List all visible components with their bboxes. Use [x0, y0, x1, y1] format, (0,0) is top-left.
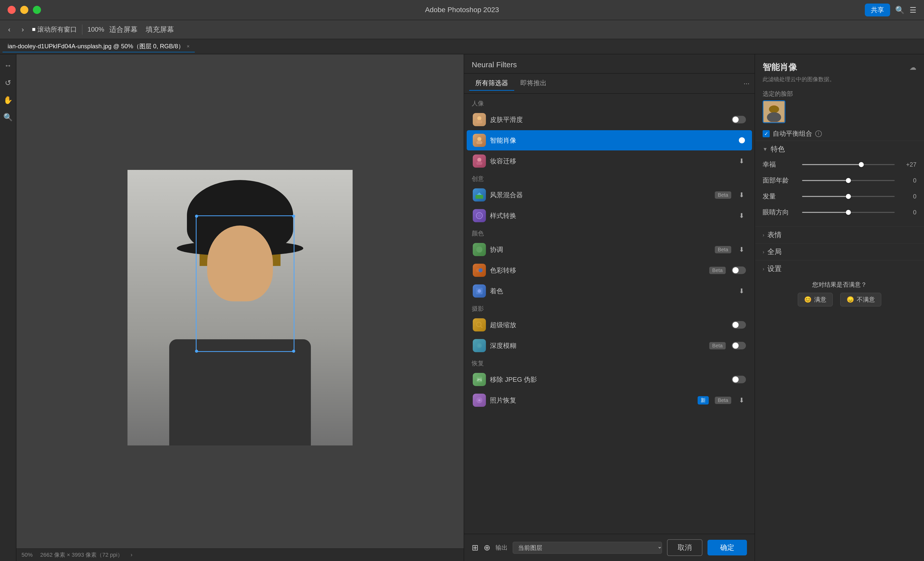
slider-track-hair[interactable]	[802, 196, 895, 197]
hand-tool[interactable]: ✋	[2, 94, 14, 106]
move-tool[interactable]: ↔	[2, 60, 14, 72]
filter-item-super-zoom[interactable]: 超级缩放	[466, 315, 752, 335]
neural-filters-panel: Neural Filters 所有筛选器 即将推出 ··· 人像 皮肤平滑度	[464, 54, 754, 561]
filter-item-landscape[interactable]: 风景混合器 Beta ⬇	[466, 185, 752, 205]
filter-toggle-skin[interactable]	[732, 116, 746, 123]
filter-download-photo-restore[interactable]: ⬇	[737, 396, 746, 404]
filter-name-photo-restore: 照片恢复	[490, 396, 694, 405]
filter-download-makeup[interactable]: ⬇	[737, 157, 746, 165]
share-button[interactable]: 共享	[865, 3, 890, 16]
svg-point-0	[477, 116, 482, 120]
filter-badge-photo-restore-new: 新	[698, 396, 709, 404]
svg-point-11	[478, 268, 483, 272]
svg-point-4	[477, 158, 482, 162]
slider-fill-happiness	[802, 164, 861, 165]
slider-value-hair: 0	[899, 193, 916, 200]
cancel-button[interactable]: 取消	[667, 539, 702, 556]
settings-section-header[interactable]: › 设置	[755, 260, 924, 277]
filter-icon-color-transfer	[473, 264, 486, 277]
filter-item-makeup[interactable]: 妆容迁移 ⬇	[466, 151, 752, 171]
filter-item-colorize[interactable]: 着色 ⬇	[466, 281, 752, 301]
slider-value-face-age: 0	[899, 177, 916, 184]
dissatisfied-button[interactable]: 😞 不满意	[840, 293, 881, 307]
filter-toggle-depth-blur[interactable]	[732, 342, 746, 349]
slider-track-face-age[interactable]	[802, 180, 895, 181]
tab-more-button[interactable]: ···	[744, 79, 750, 87]
zoom-value: 100%	[87, 25, 105, 33]
filter-icon-super-zoom	[473, 318, 486, 331]
zoom-tool[interactable]: 🔍	[2, 111, 14, 123]
bottom-icon1[interactable]: ⊞	[472, 543, 478, 552]
filter-toggle-super-zoom[interactable]	[732, 321, 746, 329]
features-section-header[interactable]: ▼ 特色	[755, 141, 924, 157]
settings-title: 设置	[767, 264, 782, 274]
fit-screen-button[interactable]: 适合屏幕	[106, 24, 141, 35]
ok-button[interactable]: 确定	[708, 540, 747, 555]
slider-row-hair: 发量 0	[763, 192, 916, 201]
face-thumbnail[interactable]	[763, 100, 785, 123]
svg-point-5	[476, 161, 482, 165]
bottom-icon2[interactable]: ⊕	[484, 543, 490, 552]
filter-item-photo-restore[interactable]: 照片恢复 新 Beta ⬇	[466, 390, 752, 410]
maximize-button[interactable]	[33, 6, 41, 14]
search-button[interactable]: 🔍	[895, 6, 904, 14]
back-button[interactable]: ‹	[5, 24, 14, 34]
filter-icon-jpeg: JPG	[473, 373, 486, 386]
filter-toggle-smart-portrait[interactable]	[732, 136, 746, 144]
scroll-all-checkbox[interactable]: 滚动所有窗口	[32, 25, 77, 34]
section-color: 颜色	[464, 226, 754, 239]
slider-value-happiness: +27	[899, 161, 916, 168]
filter-badge-harmonize: Beta	[715, 246, 731, 253]
filter-item-smart-portrait[interactable]: 智能肖像	[466, 130, 752, 150]
filter-item-depth-blur[interactable]: 深度模糊 Beta	[466, 335, 752, 356]
filter-badge-landscape: Beta	[715, 191, 731, 199]
rotate-tool[interactable]: ↺	[2, 76, 14, 89]
active-tab[interactable]: ian-dooley-d1UPkIFd04A-unsplash.jpg @ 50…	[3, 41, 195, 52]
minimize-button[interactable]	[20, 6, 28, 14]
slider-track-happiness[interactable]	[802, 164, 895, 165]
filter-download-landscape[interactable]: ⬇	[737, 191, 746, 199]
filter-toggle-jpeg[interactable]	[732, 375, 746, 383]
filter-icon-style	[473, 209, 486, 222]
expression-section-header[interactable]: › 表情	[755, 226, 924, 243]
filter-name-color-transfer: 色彩转移	[490, 266, 705, 275]
filter-download-harmonize[interactable]: ⬇	[737, 245, 746, 254]
detail-header: 智能肖像 ☁	[755, 54, 924, 76]
satisfied-button[interactable]: 😊 满意	[798, 293, 833, 307]
filter-item-color-transfer[interactable]: 色彩转移 Beta	[466, 260, 752, 280]
svg-line-15	[481, 326, 482, 328]
filter-item-style[interactable]: 样式转换 ⬇	[466, 205, 752, 226]
close-button[interactable]	[8, 6, 16, 14]
filter-item-jpeg[interactable]: JPG 移除 JPEG 伪影	[466, 370, 752, 390]
filter-icon-smart-portrait	[473, 134, 486, 147]
menu-button[interactable]: ☰	[910, 6, 916, 14]
output-select[interactable]: 当前图层	[513, 542, 662, 554]
tab-all-filters[interactable]: 所有筛选器	[469, 76, 514, 91]
slider-label-happiness: 幸福	[763, 160, 798, 169]
fill-screen-button[interactable]: 填充屏幕	[142, 24, 177, 35]
svg-point-2	[477, 137, 482, 141]
global-section-header[interactable]: › 全局	[755, 243, 924, 260]
slider-thumb-happiness[interactable]	[859, 162, 864, 167]
auto-balance-info[interactable]: i	[815, 130, 822, 137]
tab-coming-soon[interactable]: 即将推出	[514, 76, 553, 91]
person-face	[207, 226, 273, 301]
scroll-all-input[interactable]	[32, 28, 35, 31]
filter-download-colorize[interactable]: ⬇	[737, 287, 746, 295]
filter-item-harmonize[interactable]: 协调 Beta ⬇	[466, 239, 752, 260]
slider-thumb-hair[interactable]	[846, 194, 851, 199]
slider-thumb-eye-dir[interactable]	[846, 210, 851, 215]
photo-container	[128, 170, 352, 446]
neural-filters-header: Neural Filters	[464, 54, 754, 73]
tab-close-button[interactable]: ×	[187, 43, 190, 49]
slider-track-eye-dir[interactable]	[802, 212, 895, 213]
filter-name-style: 样式转换	[490, 211, 733, 220]
filter-tabs: 所有筛选器 即将推出 ···	[464, 73, 754, 94]
tools-panel: ↔ ↺ ✋ 🔍	[0, 54, 16, 561]
forward-button[interactable]: ›	[18, 24, 27, 34]
filter-toggle-color-transfer[interactable]	[732, 266, 746, 274]
filter-download-style[interactable]: ⬇	[737, 211, 746, 220]
slider-thumb-face-age[interactable]	[846, 178, 851, 183]
filter-item-skin[interactable]: 皮肤平滑度	[466, 109, 752, 130]
auto-balance-checkbox[interactable]	[763, 130, 770, 137]
